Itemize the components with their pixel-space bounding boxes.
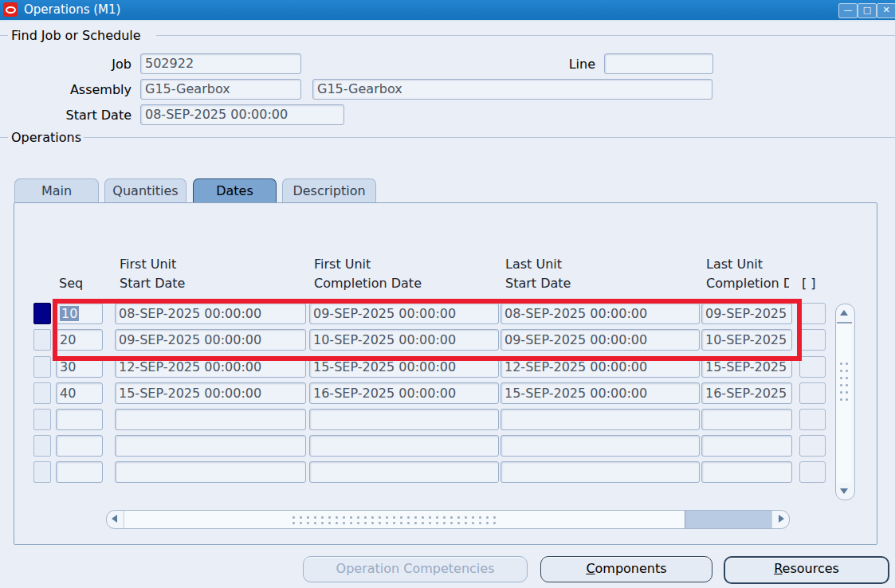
flex-field[interactable] <box>799 356 826 378</box>
arrow-up-icon <box>840 310 848 316</box>
start-date-field[interactable]: 08-SEP-2025 00:00:00 <box>140 104 344 125</box>
last-unit-completion-field[interactable]: 10-SEP-2025 00:00:00 <box>701 329 792 351</box>
first-unit-completion-field[interactable] <box>309 435 499 457</box>
flex-field[interactable] <box>799 329 826 351</box>
resources-button[interactable]: Resources <box>724 556 889 584</box>
flex-field[interactable] <box>799 409 826 430</box>
flex-field[interactable] <box>799 303 826 324</box>
horizontal-scrollbar[interactable] <box>106 510 790 529</box>
job-label: Job <box>48 57 132 72</box>
table-row: 30 12-SEP-2025 00:00:00 15-SEP-2025 00:0… <box>0 356 895 378</box>
maximize-button[interactable]: □ <box>858 3 877 18</box>
vertical-scrollbar[interactable] <box>835 304 855 500</box>
close-button[interactable]: ✕ <box>877 3 895 18</box>
header-seq: Seq <box>59 276 83 291</box>
first-unit-completion-field[interactable]: 09-SEP-2025 00:00:00 <box>309 303 499 324</box>
first-unit-completion-field[interactable]: 10-SEP-2025 00:00:00 <box>309 329 499 351</box>
tab-description[interactable]: Description <box>282 178 376 203</box>
assembly-label: Assembly <box>48 82 132 97</box>
oracle-logo-icon <box>3 2 18 17</box>
table-row <box>0 461 895 483</box>
first-unit-start-field[interactable]: 08-SEP-2025 00:00:00 <box>115 303 306 324</box>
arrow-down-icon[interactable] <box>840 488 848 494</box>
record-selector[interactable] <box>33 329 51 351</box>
first-unit-start-field[interactable]: 09-SEP-2025 00:00:00 <box>115 329 306 351</box>
seq-field[interactable] <box>56 461 103 483</box>
first-unit-start-field[interactable] <box>115 435 306 457</box>
last-unit-completion-field[interactable] <box>701 409 792 430</box>
scrollbar-grip-dots <box>838 360 849 405</box>
job-field[interactable]: 502922 <box>140 53 301 74</box>
last-unit-start-field[interactable]: 15-SEP-2025 00:00:00 <box>500 382 700 404</box>
header-first-unit-start-1: First Unit <box>120 257 176 272</box>
table-row: 40 15-SEP-2025 00:00:00 16-SEP-2025 00:0… <box>0 382 895 404</box>
flex-field[interactable] <box>799 435 826 457</box>
start-date-label: Start Date <box>48 108 132 123</box>
last-unit-start-field[interactable]: 12-SEP-2025 00:00:00 <box>500 356 700 378</box>
components-button[interactable]: Components <box>540 556 712 582</box>
operation-competencies-button: Operation Competencies <box>303 556 528 582</box>
arrow-left-icon <box>112 515 117 523</box>
seq-field[interactable]: 10 <box>56 303 103 324</box>
record-selector[interactable] <box>33 382 51 404</box>
operations-section-title: Operations <box>11 130 81 145</box>
first-unit-start-field[interactable]: 15-SEP-2025 00:00:00 <box>115 382 306 404</box>
last-unit-completion-field[interactable]: 16-SEP-2025 00:00:00 <box>701 382 792 404</box>
scroll-up-button[interactable] <box>836 304 853 320</box>
header-flex: [ ] <box>802 276 816 291</box>
first-unit-completion-field[interactable] <box>309 461 499 483</box>
operations-window: Operations (M1) — □ ✕ Find Job or Schedu… <box>0 0 895 588</box>
first-unit-completion-field[interactable]: 15-SEP-2025 00:00:00 <box>309 356 499 378</box>
line-field[interactable] <box>604 53 713 74</box>
assembly-description-field[interactable]: G15-Gearbox <box>312 79 712 100</box>
last-unit-completion-field[interactable] <box>701 435 792 457</box>
seq-field[interactable] <box>56 409 103 430</box>
seq-field[interactable]: 30 <box>56 356 103 378</box>
first-unit-start-field[interactable] <box>115 461 306 483</box>
minimize-button[interactable]: — <box>838 3 858 18</box>
header-first-unit-completion-2: Completion Date <box>314 276 422 291</box>
header-first-unit-completion-1: First Unit <box>314 257 371 272</box>
tab-dates[interactable]: Dates <box>193 178 277 203</box>
last-unit-start-field[interactable] <box>500 461 700 483</box>
last-unit-completion-field[interactable]: 15-SEP-2025 00:00:00 <box>701 356 792 378</box>
last-unit-start-field[interactable]: 08-SEP-2025 00:00:00 <box>500 303 700 324</box>
scroll-left-button[interactable] <box>107 511 124 528</box>
line-label: Line <box>514 57 595 72</box>
header-last-unit-completion-2: Completion Date <box>706 276 789 291</box>
first-unit-start-field[interactable]: 12-SEP-2025 00:00:00 <box>115 356 306 378</box>
find-section-title: Find Job or Schedule <box>11 28 141 43</box>
record-selector[interactable] <box>33 435 51 457</box>
record-selector[interactable] <box>33 356 51 378</box>
last-unit-completion-field[interactable]: 09-SEP-2025 00:00:00 <box>701 303 792 324</box>
last-unit-start-field[interactable] <box>500 435 700 457</box>
flex-field[interactable] <box>799 382 826 404</box>
last-unit-start-field[interactable]: 09-SEP-2025 00:00:00 <box>500 329 700 351</box>
title-bar: Operations (M1) — □ ✕ <box>0 0 895 20</box>
scroll-right-button[interactable] <box>771 511 789 528</box>
header-first-unit-start-2: Start Date <box>120 276 185 291</box>
last-unit-start-field[interactable] <box>500 409 700 430</box>
scrollbar-grip-dots <box>290 515 497 524</box>
table-row <box>0 409 895 430</box>
flex-field[interactable] <box>799 461 826 483</box>
record-selector[interactable] <box>33 303 51 324</box>
last-unit-completion-field[interactable] <box>701 461 792 483</box>
record-selector[interactable] <box>33 409 51 430</box>
seq-field[interactable] <box>56 435 103 457</box>
arrow-right-icon <box>779 515 784 523</box>
header-last-unit-start-1: Last Unit <box>505 257 562 272</box>
first-unit-completion-field[interactable]: 16-SEP-2025 00:00:00 <box>309 382 499 404</box>
tab-quantities[interactable]: Quantities <box>104 178 186 203</box>
table-row: 20 09-SEP-2025 00:00:00 10-SEP-2025 00:0… <box>0 329 895 351</box>
header-last-unit-start-2: Start Date <box>505 276 571 291</box>
first-unit-start-field[interactable] <box>115 409 306 430</box>
tab-main[interactable]: Main <box>14 178 99 203</box>
first-unit-completion-field[interactable] <box>309 409 499 430</box>
window-title: Operations (M1) <box>24 0 120 20</box>
header-last-unit-completion-1: Last Unit <box>706 257 763 272</box>
seq-field[interactable]: 40 <box>56 382 103 404</box>
assembly-field[interactable]: G15-Gearbox <box>140 79 301 100</box>
seq-field[interactable]: 20 <box>56 329 103 351</box>
record-selector[interactable] <box>33 461 51 483</box>
